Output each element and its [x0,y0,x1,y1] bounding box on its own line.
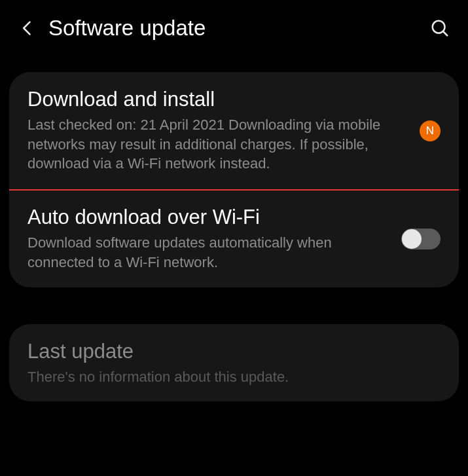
back-icon[interactable] [18,19,37,37]
download-install-content: Download and install Last checked on: 21… [27,88,409,174]
auto-download-toggle[interactable] [401,229,441,249]
search-icon[interactable] [430,18,450,38]
header: Software update [0,0,468,56]
auto-download-title: Auto download over Wi-Fi [27,206,391,229]
auto-download-content: Auto download over Wi-Fi Download softwa… [27,206,391,272]
auto-download-desc: Download software updates automatically … [27,233,391,272]
download-install-item[interactable]: Download and install Last checked on: 21… [9,72,459,189]
svg-line-1 [443,31,447,35]
download-install-title: Download and install [27,88,409,111]
settings-card: Download and install Last checked on: 21… [9,72,459,287]
toggle-knob [402,229,422,249]
page-title: Software update [48,16,418,41]
last-update-card: Last update There's no information about… [9,324,459,401]
auto-download-item[interactable]: Auto download over Wi-Fi Download softwa… [9,190,459,287]
download-install-highlight: Download and install Last checked on: 21… [9,72,459,191]
last-update-content: Last update There's no information about… [27,340,441,386]
last-update-desc: There's no information about this update… [27,369,441,386]
notification-badge: N [420,120,441,141]
last-update-title: Last update [27,340,441,363]
download-install-desc: Last checked on: 21 April 2021 Downloadi… [27,115,409,174]
last-update-item[interactable]: Last update There's no information about… [9,324,459,401]
